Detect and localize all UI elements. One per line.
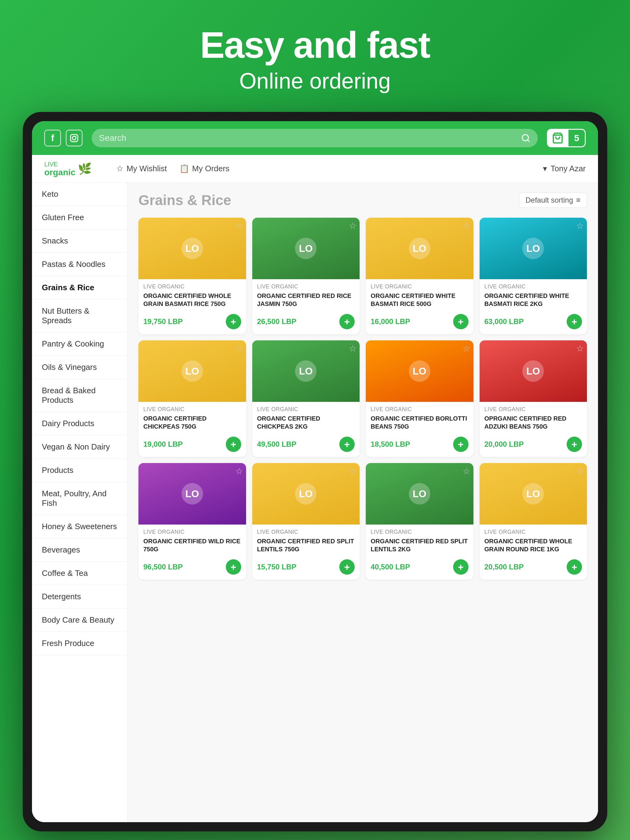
sidebar-item[interactable]: Beverages <box>32 538 127 562</box>
add-to-cart-button[interactable]: + <box>453 437 469 452</box>
product-brand: LIVE ORGANIC <box>257 284 355 290</box>
add-to-cart-button[interactable]: + <box>567 314 582 329</box>
product-brand: LIVE ORGANIC <box>143 284 241 290</box>
product-info: LIVE ORGANIC ORGANIC CERTIFIED WHOLE GRA… <box>138 279 246 334</box>
wishlist-star-icon[interactable]: ☆ <box>576 221 584 231</box>
search-bar[interactable]: Search <box>92 129 538 147</box>
product-name: ORGANIC CERTIFIED WHOLE GRAIN ROUND RICE… <box>484 537 583 556</box>
add-to-cart-button[interactable]: + <box>567 437 582 452</box>
sidebar-item[interactable]: Gluten Free <box>32 206 127 229</box>
product-image: LO ☆ <box>480 463 587 524</box>
hero-title: Easy and fast <box>200 25 430 65</box>
sort-button[interactable]: Default sorting ≡ <box>519 193 587 208</box>
product-card: LO ☆ LIVE ORGANIC ORGANIC CERTIFIED BORL… <box>366 340 473 457</box>
main-content: KetoGluten FreeSnacksPastas & NoodlesGra… <box>32 183 598 822</box>
brand-logo-badge: LO <box>295 483 317 505</box>
product-card: LO ☆ LIVE ORGANIC ORGANIC CERTIFIED CHIC… <box>252 340 360 457</box>
star-icon: ☆ <box>116 164 123 174</box>
product-info: LIVE ORGANIC ORGANIC CERTIFIED CHICKPEAS… <box>138 402 246 457</box>
add-to-cart-button[interactable]: + <box>339 314 355 329</box>
search-placeholder: Search <box>99 133 127 143</box>
orders-link[interactable]: 📋 My Orders <box>179 164 230 174</box>
add-to-cart-button[interactable]: + <box>226 437 241 452</box>
product-price: 63,000 LBP <box>484 317 524 326</box>
wishlist-star-icon[interactable]: ☆ <box>349 221 356 231</box>
product-name: ORGANIC CERTIFIED WILD RICE 750G <box>143 537 241 556</box>
sidebar-item[interactable]: Coffee & Tea <box>32 562 127 585</box>
sidebar-item[interactable]: Body Care & Beauty <box>32 608 127 632</box>
wishlist-star-icon[interactable]: ☆ <box>463 221 470 231</box>
sidebar-item[interactable]: Pantry & Cooking <box>32 332 127 356</box>
product-price: 96,500 LBP <box>143 563 183 571</box>
product-name: OPRGANIC CERTIFIED RED ADZUKI BEANS 750G <box>484 414 583 433</box>
tablet-device: f Search <box>23 112 607 831</box>
wishlist-star-icon[interactable]: ☆ <box>463 466 470 476</box>
instagram-icon[interactable] <box>66 130 82 146</box>
product-bag: LO <box>480 463 587 524</box>
orders-icon: 📋 <box>179 164 189 174</box>
sidebar-item[interactable]: Bread & Baked Products <box>32 379 127 412</box>
wishlist-star-icon[interactable]: ☆ <box>235 221 243 231</box>
add-to-cart-button[interactable]: + <box>226 314 241 329</box>
product-image: LO ☆ <box>138 463 246 524</box>
wishlist-star-icon[interactable]: ☆ <box>235 343 243 354</box>
product-card: LO ☆ LIVE ORGANIC ORGANIC CERTIFIED RED … <box>252 218 360 334</box>
product-brand: LIVE ORGANIC <box>257 406 355 413</box>
wishlist-star-icon[interactable]: ☆ <box>576 343 584 354</box>
svg-rect-0 <box>70 134 78 141</box>
products-header: Grains & Rice Default sorting ≡ <box>138 192 587 208</box>
sidebar-item[interactable]: Products <box>32 459 127 482</box>
product-bag: LO <box>366 218 473 279</box>
wishlist-star-icon[interactable]: ☆ <box>235 466 243 476</box>
product-bag: LO <box>252 463 360 524</box>
product-image: LO ☆ <box>138 340 246 402</box>
product-price: 40,500 LBP <box>371 563 410 571</box>
brand-logo-badge: LO <box>182 483 203 505</box>
cart-area[interactable]: 5 <box>547 129 586 147</box>
brand-logo-badge: LO <box>182 360 203 382</box>
sidebar-item[interactable]: Fresh Produce <box>32 632 127 655</box>
add-to-cart-button[interactable]: + <box>453 559 469 575</box>
wishlist-star-icon[interactable]: ☆ <box>349 343 356 354</box>
product-image: LO ☆ <box>366 218 473 279</box>
product-grid: LO ☆ LIVE ORGANIC ORGANIC CERTIFIED WHOL… <box>138 218 587 579</box>
cart-icon[interactable] <box>547 129 568 147</box>
sidebar-item[interactable]: Keto <box>32 183 127 206</box>
sidebar-item[interactable]: Honey & Sweeteners <box>32 515 127 538</box>
sidebar-item[interactable]: Oils & Vinegars <box>32 356 127 379</box>
sidebar-item[interactable]: Meat, Poultry, And Fish <box>32 482 127 515</box>
user-menu[interactable]: ▾ Tony Azar <box>543 164 586 174</box>
add-to-cart-button[interactable]: + <box>339 437 355 452</box>
brand-logo-badge: LO <box>522 483 544 505</box>
product-card: LO ☆ LIVE ORGANIC ORGANIC CERTIFIED CHIC… <box>138 340 246 457</box>
wishlist-star-icon[interactable]: ☆ <box>349 466 356 476</box>
wishlist-link[interactable]: ☆ My Wishlist <box>116 164 167 174</box>
product-card: LO ☆ LIVE ORGANIC ORGANIC CERTIFIED WHIT… <box>480 218 587 334</box>
product-footer: 96,500 LBP + <box>143 559 241 575</box>
product-footer: 49,500 LBP + <box>257 437 355 452</box>
sidebar-item[interactable]: Pastas & Noodles <box>32 253 127 276</box>
product-bag: LO <box>138 218 246 279</box>
add-to-cart-button[interactable]: + <box>226 559 241 575</box>
wishlist-star-icon[interactable]: ☆ <box>576 466 584 476</box>
sidebar-item[interactable]: Vegan & Non Dairy <box>32 435 127 459</box>
product-price: 19,750 LBP <box>143 317 183 326</box>
product-image: LO ☆ <box>252 340 360 402</box>
add-to-cart-button[interactable]: + <box>567 559 582 575</box>
product-card: LO ☆ LIVE ORGANIC ORGANIC CERTIFIED WHIT… <box>366 218 473 334</box>
sidebar-item[interactable]: Nut Butters & Spreads <box>32 300 127 332</box>
product-brand: LIVE ORGANIC <box>484 284 583 290</box>
logo-leaf-icon: 🌿 <box>78 163 92 175</box>
sidebar-item[interactable]: Snacks <box>32 229 127 253</box>
sidebar-item[interactable]: Grains & Rice <box>32 276 127 300</box>
sidebar-item[interactable]: Dairy Products <box>32 412 127 435</box>
hero-section: Easy and fast Online ordering <box>200 25 430 93</box>
add-to-cart-button[interactable]: + <box>453 314 469 329</box>
facebook-icon[interactable]: f <box>44 130 61 146</box>
product-image: LO ☆ <box>252 218 360 279</box>
sidebar-item[interactable]: Detergents <box>32 585 127 608</box>
product-card: LO ☆ LIVE ORGANIC ORGANIC CERTIFIED RED … <box>366 463 473 579</box>
wishlist-star-icon[interactable]: ☆ <box>463 343 470 354</box>
add-to-cart-button[interactable]: + <box>339 559 355 575</box>
brand-logo-badge: LO <box>295 360 317 382</box>
